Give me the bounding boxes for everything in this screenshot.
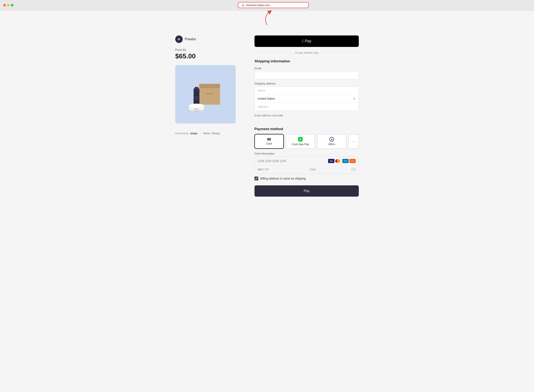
product-price: $65.00 <box>175 52 238 60</box>
card-info-box: VISA AMEX DISC <box>254 156 359 174</box>
svg-rect-1 <box>199 84 220 88</box>
privacy-link[interactable]: Privacy <box>212 132 220 135</box>
brand-header: P Powdur <box>175 35 238 43</box>
browser-chrome: 🔒 checkout.stripe.com <box>0 0 534 10</box>
svg-text:Pure glow: Pure glow <box>194 111 199 112</box>
close-dot[interactable] <box>3 4 6 6</box>
more-label: ··· <box>352 139 355 144</box>
product-name: Pure kit <box>175 48 238 51</box>
card-cvc-row <box>307 166 359 173</box>
amex-icon: AMEX <box>342 159 349 163</box>
affirm-icon: a <box>329 137 334 142</box>
address-bar[interactable]: 🔒 checkout.stripe.com <box>238 2 309 8</box>
footer-divider: | <box>200 132 201 135</box>
country-select[interactable]: United States Canada United Kingdom <box>255 95 359 103</box>
country-select-wrapper: United States Canada United Kingdom ▼ <box>255 95 359 103</box>
email-label: Email <box>254 67 359 70</box>
payment-heading: Payment method <box>254 127 359 131</box>
visa-icon: VISA <box>328 159 334 163</box>
card-brand-icons: VISA AMEX DISC <box>328 159 356 163</box>
card-info-label: Card information <box>254 152 359 155</box>
url-text: checkout.stripe.com <box>246 4 270 7</box>
powered-by-text: Powered by <box>175 132 188 135</box>
payment-method-affirm[interactable]: a Affirm <box>317 134 346 149</box>
shipping-address-label: Shipping address <box>254 82 359 85</box>
cvc-card-icon <box>351 168 356 171</box>
left-panel: P Powdur Pure kit $65.00 powdur Extreme … <box>175 35 238 135</box>
svg-text:Pure: Pure <box>195 98 198 99</box>
or-divider: Or pay another way <box>254 51 359 54</box>
discover-icon: DISC <box>349 159 356 163</box>
svg-text:powdur: powdur <box>194 108 199 110</box>
product-illustration: powdur Extreme Pure powdur Pure glow <box>178 67 233 121</box>
fullscreen-dot[interactable] <box>11 4 13 6</box>
brand-avatar: P <box>175 35 183 43</box>
card-label: Card <box>266 142 272 145</box>
email-input[interactable] <box>254 71 359 79</box>
card-cvc-input[interactable] <box>310 168 350 171</box>
billing-same-label: Billing address is same as shipping <box>260 177 306 180</box>
minimize-dot[interactable] <box>7 4 9 6</box>
shipping-address-fields: United States Canada United Kingdom ▼ <box>254 86 359 111</box>
brand-name: Powdur <box>185 37 196 41</box>
shipping-heading: Shipping information <box>254 59 359 63</box>
payment-method-card[interactable]: ▮▮ Card <box>254 134 284 149</box>
mastercard-icon <box>335 159 342 163</box>
affirm-label: Affirm <box>328 143 335 146</box>
apple-pay-label: Pay <box>305 39 311 43</box>
card-number-input[interactable] <box>258 159 326 163</box>
svg-point-9 <box>189 104 204 108</box>
billing-checkbox-row: Billing address is same as shipping <box>254 177 359 180</box>
red-arrow-annotation <box>250 10 275 27</box>
annotation-arrow-container <box>0 10 534 27</box>
address-bar-wrapper: 🔒 checkout.stripe.com <box>16 2 531 8</box>
payment-method-cashapp[interactable]: $ Cash App Pay <box>286 134 315 149</box>
payment-method-more[interactable]: ··· <box>348 134 359 149</box>
right-panel:  Pay Or pay another way Shipping inform… <box>254 35 359 197</box>
pay-button[interactable]: Pay <box>254 185 359 197</box>
svg-text:powdur: powdur <box>206 92 213 95</box>
billing-same-checkbox[interactable] <box>254 177 258 180</box>
address-input[interactable] <box>255 103 359 111</box>
apple-icon:  <box>302 39 304 44</box>
svg-rect-4 <box>195 87 198 90</box>
apple-pay-button[interactable]:  Pay <box>254 35 359 47</box>
svg-rect-13 <box>351 169 355 169</box>
cashapp-label: Cash App Pay <box>292 143 309 146</box>
card-icon: ▮▮ <box>267 137 271 141</box>
enter-address-manually-link[interactable]: Enter address manually <box>254 114 283 117</box>
terms-link[interactable]: Terms <box>203 132 210 135</box>
page-content: P Powdur Pure kit $65.00 powdur Extreme … <box>167 27 367 209</box>
browser-dots <box>3 4 13 6</box>
or-text: Or pay another way <box>295 51 318 54</box>
name-input[interactable] <box>255 87 359 95</box>
card-number-row: VISA AMEX DISC <box>255 157 359 166</box>
email-group: Email <box>254 67 359 79</box>
card-info-section: Card information VISA AMEX DISC <box>254 152 359 180</box>
svg-rect-14 <box>352 170 354 170</box>
footer-left: Powered by stripe | Terms Privacy <box>175 132 238 135</box>
lock-icon: 🔒 <box>242 4 244 6</box>
shipping-address-group: Shipping address United States Canada Un… <box>254 82 359 111</box>
product-image: powdur Extreme Pure powdur Pure glow <box>175 65 236 123</box>
payment-methods-row: ▮▮ Card $ Cash App Pay a Affirm ··· <box>254 134 359 149</box>
stripe-logo: stripe <box>190 132 197 135</box>
card-expiry-input[interactable] <box>255 166 307 173</box>
svg-text:Extreme: Extreme <box>194 96 199 98</box>
card-bottom-row <box>255 166 359 173</box>
cashapp-icon: $ <box>298 137 303 142</box>
